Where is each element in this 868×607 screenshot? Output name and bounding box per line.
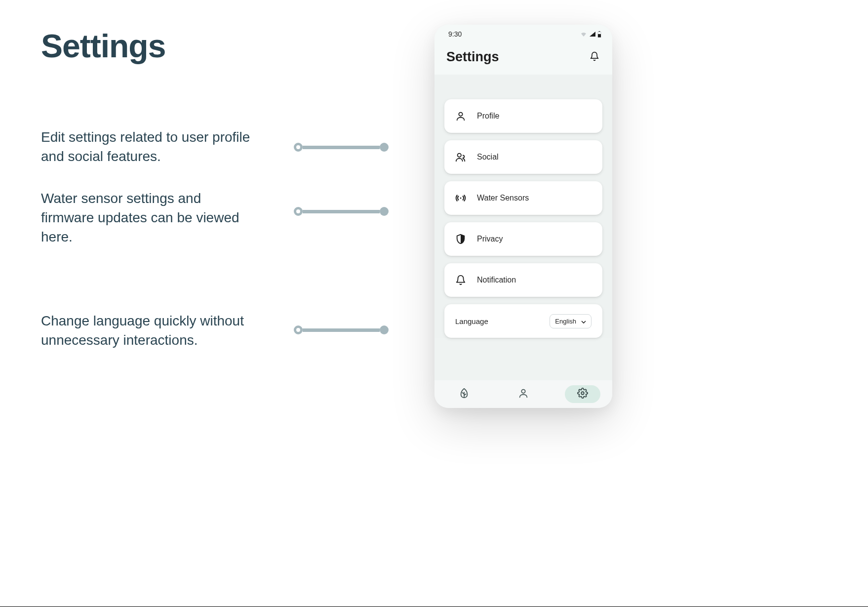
- description-language: Change language quickly without unnecess…: [41, 311, 253, 350]
- settings-item-label: Water Sensors: [477, 194, 529, 202]
- settings-item-water-sensors[interactable]: Water Sensors: [444, 181, 602, 215]
- phone-header: Settings: [434, 43, 612, 75]
- wifi-icon: [580, 31, 588, 37]
- nav-settings[interactable]: [565, 385, 600, 403]
- person-icon: [455, 111, 466, 121]
- people-icon: [455, 152, 466, 162]
- settings-item-notification[interactable]: Notification: [444, 263, 602, 297]
- gear-icon: [577, 388, 588, 401]
- settings-item-label: Social: [477, 153, 499, 162]
- language-value: English: [555, 318, 576, 325]
- chevron-down-icon: [581, 318, 586, 325]
- notifications-button[interactable]: [589, 51, 600, 63]
- bottom-nav: [434, 380, 612, 408]
- settings-item-profile[interactable]: Profile: [444, 99, 602, 133]
- description-water-sensors: Water sensor settings and firmware updat…: [41, 189, 253, 247]
- settings-list: Profile Social Water Sensors Privacy: [434, 75, 612, 338]
- status-time: 9:30: [448, 30, 462, 38]
- bell-icon: [590, 51, 599, 63]
- nav-plants[interactable]: [446, 385, 482, 403]
- connector-line: [294, 207, 389, 215]
- language-dropdown[interactable]: English: [550, 314, 592, 328]
- svg-point-4: [458, 154, 461, 157]
- page-title: Settings: [41, 27, 165, 65]
- signal-icon: [589, 31, 596, 37]
- person-icon: [518, 388, 529, 401]
- status-bar: 9:30: [434, 25, 612, 43]
- battery-icon: [597, 31, 601, 38]
- leaf-icon: [459, 388, 470, 401]
- settings-item-social[interactable]: Social: [444, 140, 602, 174]
- svg-point-3: [459, 113, 462, 116]
- connector-line: [294, 326, 389, 334]
- connector-line: [294, 143, 389, 151]
- settings-item-privacy[interactable]: Privacy: [444, 222, 602, 256]
- phone-frame: 9:30 Settings: [434, 25, 612, 408]
- description-profile-social: Edit settings related to user profile an…: [41, 127, 253, 166]
- language-label: Language: [455, 317, 488, 325]
- settings-item-label: Notification: [477, 276, 516, 284]
- svg-point-7: [581, 392, 584, 395]
- settings-item-language: Language English: [444, 304, 602, 338]
- settings-item-label: Profile: [477, 112, 499, 121]
- nav-profile[interactable]: [506, 385, 541, 403]
- phone-header-title: Settings: [446, 49, 499, 65]
- sensor-icon: [455, 193, 466, 203]
- svg-point-6: [521, 390, 525, 393]
- svg-rect-2: [598, 34, 601, 38]
- settings-item-label: Privacy: [477, 235, 503, 243]
- svg-point-5: [460, 198, 462, 199]
- shield-icon: [455, 234, 466, 244]
- bell-icon: [455, 275, 466, 285]
